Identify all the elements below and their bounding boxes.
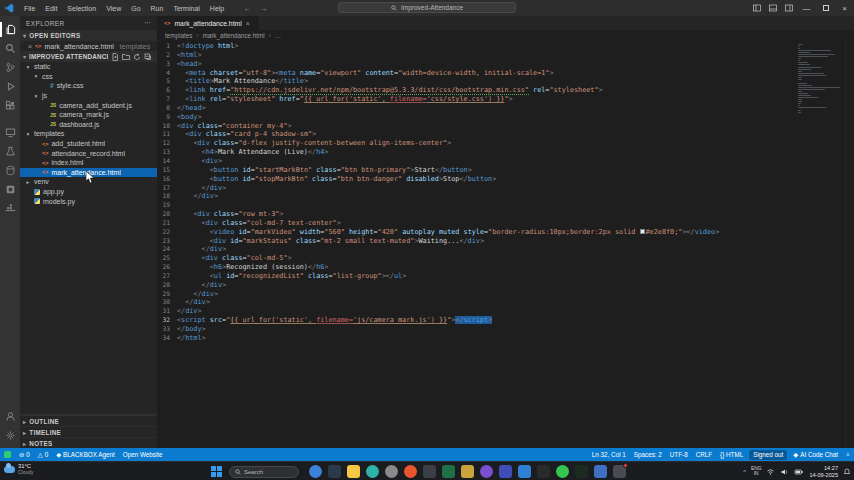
taskbar-app-photos-icon[interactable] [480, 465, 493, 478]
section-outline[interactable]: ▸OUTLINE [20, 415, 157, 426]
toggle-secondary-sidebar-icon[interactable] [765, 0, 781, 16]
explorer-more-icon[interactable]: ⋯ [144, 19, 151, 27]
taskbar-app-brave-browser-icon[interactable] [404, 465, 417, 478]
status-ai-code-chat[interactable]: ◆AI Code Chat [789, 448, 842, 461]
code-line[interactable]: 9<body> [157, 113, 854, 122]
code-line[interactable]: 26 <h6>Recognized (session)</h6> [157, 263, 854, 272]
taskbar-search[interactable]: Search [229, 466, 299, 478]
tree-item-templates[interactable]: ▾templates [20, 129, 157, 139]
code-line[interactable]: 28 </div> [157, 281, 854, 290]
tree-item-camera-add-student-js[interactable]: JScamera_add_student.js [20, 100, 157, 110]
code-line[interactable]: 33</body> [157, 325, 854, 334]
taskbar-app-microsoft-store-icon[interactable] [423, 465, 436, 478]
taskbar-app-spotify-icon[interactable] [575, 465, 588, 478]
customize-layout-icon[interactable] [781, 0, 797, 16]
code-line[interactable]: 7 <link rel="stylesheet" href="{{ url_fo… [157, 95, 854, 104]
tree-item-attendance-record-html[interactable]: <>attendance_record.html [20, 148, 157, 158]
taskbar-app-vscode-icon[interactable] [518, 465, 531, 478]
menu-file[interactable]: File [19, 5, 40, 12]
nav-back-icon[interactable]: ← [243, 4, 251, 13]
tree-item-style-css[interactable]: #style.css [20, 81, 157, 91]
close-icon[interactable]: × [28, 43, 32, 50]
refresh-icon[interactable] [133, 53, 141, 61]
new-file-icon[interactable] [111, 53, 119, 61]
activitybar-testing-icon[interactable] [0, 142, 20, 161]
open-editor-item[interactable]: ×<>mark_attendance.htmltemplates [20, 41, 157, 51]
taskbar-app-copilot-icon[interactable] [309, 465, 322, 478]
code-line[interactable]: 27 <ul id="recognizedList" class="list-g… [157, 272, 854, 281]
code-line[interactable]: 23 <div id="markStatus" class="mt-2 smal… [157, 237, 854, 246]
status-blackbox[interactable] [0, 448, 15, 461]
taskbar-app-teams-icon[interactable] [594, 465, 607, 478]
code-line[interactable]: 6 <link href="https://cdn.jsdelivr.net/n… [157, 86, 854, 95]
code-line[interactable]: 32<script src="{{ url_for('static', file… [157, 316, 854, 325]
battery-icon[interactable] [794, 468, 804, 476]
taskbar-app-obs-icon[interactable] [613, 465, 626, 478]
nav-forward-icon[interactable]: → [259, 4, 267, 13]
activitybar-remote-icon[interactable] [0, 123, 20, 142]
breadcrumb[interactable]: templates›mark_attendance.html›… [157, 30, 854, 40]
code-line[interactable]: 25 <div class="col-md-5"> [157, 254, 854, 263]
code-line[interactable]: 8</head> [157, 104, 854, 113]
code-line[interactable]: 15 <button id="startMarkBtn" class="btn … [157, 166, 854, 175]
code-line[interactable]: 1<!doctype html> [157, 42, 854, 51]
collapse-all-icon[interactable] [144, 53, 152, 61]
tree-item-models-py[interactable]: models.py [20, 196, 157, 206]
code-line[interactable]: 29 </div> [157, 290, 854, 299]
weather-widget[interactable]: 31°C Cloudy [4, 464, 34, 475]
status-open-website[interactable]: Open Website [119, 448, 167, 461]
taskbar-app-acrobat-icon[interactable] [537, 465, 550, 478]
taskbar-app-mail-icon[interactable] [328, 465, 341, 478]
activitybar-docker-icon[interactable] [0, 199, 20, 218]
editor-scrollbar[interactable] [845, 40, 854, 448]
status-crlf[interactable]: CRLF [692, 448, 716, 461]
tree-item-dashboard-js[interactable]: JSdashboard.js [20, 120, 157, 130]
tab-mark-attendance[interactable]: <> mark_attendance.html × [157, 16, 258, 30]
menu-run[interactable]: Run [146, 5, 169, 12]
section-notes[interactable]: ▸NOTES [20, 437, 157, 448]
wifi-icon[interactable] [766, 468, 775, 476]
activitybar-account-icon[interactable] [0, 407, 20, 426]
taskbar-app-calculator-icon[interactable] [499, 465, 512, 478]
tray-expand-icon[interactable]: ^ [743, 469, 746, 475]
status-ln-32-col-1[interactable]: Ln 32, Col 1 [588, 448, 630, 461]
activitybar-blackbox-ai-icon[interactable] [0, 180, 20, 199]
status-0[interactable]: ⊘0 [15, 448, 34, 461]
code-editor[interactable]: 1<!doctype html>2<html>3<head>4 <meta ch… [157, 40, 854, 448]
menu-help[interactable]: Help [205, 5, 229, 12]
activitybar-source-control-icon[interactable] [0, 58, 20, 77]
activitybar-database-icon[interactable] [0, 161, 20, 180]
code-line[interactable]: 22 <video id="markVideo" width="560" hei… [157, 228, 854, 237]
code-line[interactable]: 21 <div class="col-md-7 text-center"> [157, 219, 854, 228]
code-line[interactable]: 10<div class="container my-4"> [157, 122, 854, 131]
minimize-button[interactable]: — [797, 0, 816, 16]
tree-item-add-student-html[interactable]: <>add_student.html [20, 139, 157, 149]
section-timeline[interactable]: ▸TIMELINE [20, 426, 157, 437]
code-line[interactable]: 20 <div class="row mt-3"> [157, 210, 854, 219]
taskbar-app-edge-browser-icon[interactable] [366, 465, 379, 478]
code-line[interactable]: 34</html> [157, 334, 854, 343]
menu-view[interactable]: View [101, 5, 126, 12]
menu-edit[interactable]: Edit [40, 5, 62, 12]
status--html[interactable]: {} HTML [716, 448, 747, 461]
command-center-search[interactable]: Improved-Attendance [338, 2, 516, 13]
toggle-panel-icon[interactable] [749, 0, 765, 16]
breadcrumb-item[interactable]: mark_attendance.html [202, 32, 264, 39]
code-line[interactable]: 3<head> [157, 60, 854, 69]
close-button[interactable]: × [835, 0, 854, 16]
menu-terminal[interactable]: Terminal [168, 5, 204, 12]
tree-item-static[interactable]: ▾static [20, 62, 157, 72]
breadcrumb-item[interactable]: templates [165, 32, 192, 39]
breadcrumb-item[interactable]: … [275, 32, 281, 39]
minimap[interactable] [798, 44, 840, 114]
status-0[interactable]: △0 [34, 448, 52, 461]
status-spaces-2[interactable]: Spaces: 2 [630, 448, 666, 461]
taskbar-app-whatsapp-icon[interactable] [556, 465, 569, 478]
taskbar-app-excel-icon[interactable] [442, 465, 455, 478]
code-line[interactable]: 12 <div class="d-flex justify-content-be… [157, 139, 854, 148]
start-button[interactable] [210, 465, 223, 478]
tree-item-app-py[interactable]: app.py [20, 187, 157, 197]
tree-item-camera-mark-js[interactable]: JScamera_mark.js [20, 110, 157, 120]
code-line[interactable]: 16 <button id="stopMarkBtn" class="btn b… [157, 175, 854, 184]
code-line[interactable]: 4 <meta charset="utf-8"><meta name="view… [157, 69, 854, 78]
